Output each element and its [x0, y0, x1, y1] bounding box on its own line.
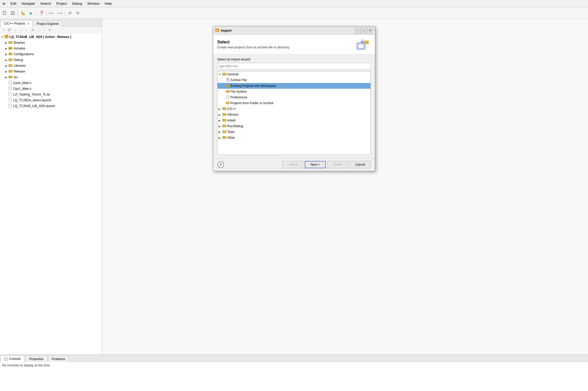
preferences-icon [226, 95, 230, 100]
svg-rect-62 [226, 96, 229, 99]
wizard-tree-box[interactable]: ▼ General Archive File [217, 71, 371, 155]
back-button[interactable]: < Back [282, 161, 303, 168]
dialog-title-icon [215, 28, 219, 33]
other-label: Other [227, 136, 235, 139]
svg-marker-61 [226, 90, 228, 91]
svg-marker-67 [226, 102, 228, 102]
team-label: Team [227, 130, 235, 134]
cpp-expand-arrow: ▶ [219, 108, 222, 110]
svg-rect-46 [358, 44, 364, 48]
wizard-tree-other[interactable]: ▶ Other [218, 135, 370, 141]
svg-marker-57 [226, 85, 228, 85]
archive-file-icon [226, 78, 230, 82]
general-label: General [227, 72, 238, 76]
wizard-tree-infineon[interactable]: ▶ Infineon [218, 112, 370, 118]
wizard-label: Select an import wizard: [217, 58, 371, 61]
infineon-folder-icon [222, 113, 226, 117]
dialog-titlebar: Import ─ □ ✕ [213, 26, 375, 35]
dialog-title: Import [221, 29, 354, 32]
dialog-header-icon [354, 38, 371, 51]
import-dialog: Import ─ □ ✕ Select Create new projects … [213, 26, 375, 171]
dialog-header: Select Create new projects from an archi… [213, 35, 375, 54]
preferences-label: Preferences [230, 96, 247, 99]
dialog-body: Select an import wizard: ▼ General [213, 54, 375, 158]
next-button[interactable]: Next > [305, 161, 326, 168]
cpp-label: C/C++ [227, 107, 236, 111]
wizard-item-file-system[interactable]: File System [218, 89, 370, 94]
dialog-header-title: Select [217, 40, 354, 44]
wizard-item-projects-folder[interactable]: Projects from Folder or Archive [218, 100, 370, 106]
dialog-minimize-button[interactable]: ─ [354, 28, 360, 33]
install-folder-icon [222, 118, 226, 122]
wizard-tree-rundebug[interactable]: ▶ Run/Debug [218, 123, 370, 129]
existing-projects-label: Existing Projects into Workspace [230, 84, 276, 88]
dialog-footer: ? < Back Next > Finish Cancel [213, 158, 375, 171]
help-button[interactable]: ? [217, 161, 224, 168]
rundebug-folder-icon [222, 124, 226, 128]
wizard-tree-team[interactable]: ▶ Team [218, 129, 370, 135]
cancel-button[interactable]: Cancel [350, 161, 371, 168]
archive-file-label: Archive File [230, 78, 247, 82]
wizard-item-archive[interactable]: Archive File [218, 77, 370, 83]
wizard-item-existing-projects[interactable]: Existing Projects into Workspace [218, 83, 370, 89]
dialog-maximize-button[interactable]: □ [361, 28, 367, 33]
general-expand-arrow: ▼ [219, 73, 222, 76]
rundebug-label: Run/Debug [227, 124, 243, 128]
wizard-item-preferences[interactable]: Preferences [218, 94, 370, 100]
general-folder-icon [222, 72, 226, 76]
other-expand-arrow: ▶ [219, 136, 222, 139]
file-system-label: File System [230, 90, 247, 93]
install-label: Install [227, 119, 235, 122]
finish-button[interactable]: Finish [327, 161, 348, 168]
rundebug-expand-arrow: ▶ [219, 125, 222, 128]
dialog-header-desc: Create new projects from an archive file… [217, 46, 354, 49]
cpp-folder-icon [222, 107, 226, 111]
file-system-icon [226, 90, 230, 94]
install-expand-arrow: ▶ [219, 119, 222, 122]
existing-projects-icon [226, 84, 230, 88]
dialog-header-text: Select Create new projects from an archi… [217, 40, 354, 49]
wizard-tree-general[interactable]: ▼ General [218, 71, 370, 77]
other-folder-icon [222, 136, 226, 140]
projects-folder-icon [226, 101, 230, 105]
projects-folder-label: Projects from Folder or Archive [230, 101, 274, 105]
filter-input[interactable] [217, 63, 371, 70]
dialog-close-button[interactable]: ✕ [367, 28, 373, 33]
ide-container: le Edit Navigate Search Project Debug Wi… [0, 0, 588, 391]
team-expand-arrow: ▶ [219, 131, 222, 133]
infineon-label: Infineon [227, 113, 238, 116]
wizard-tree-cpp[interactable]: ▶ C/C++ [218, 106, 370, 112]
modal-overlay: Import ─ □ ✕ Select Create new projects … [0, 0, 588, 391]
svg-rect-53 [227, 78, 229, 79]
infineon-expand-arrow: ▶ [219, 113, 222, 116]
wizard-tree-install[interactable]: ▶ Install [218, 118, 370, 123]
team-folder-icon [222, 130, 226, 134]
